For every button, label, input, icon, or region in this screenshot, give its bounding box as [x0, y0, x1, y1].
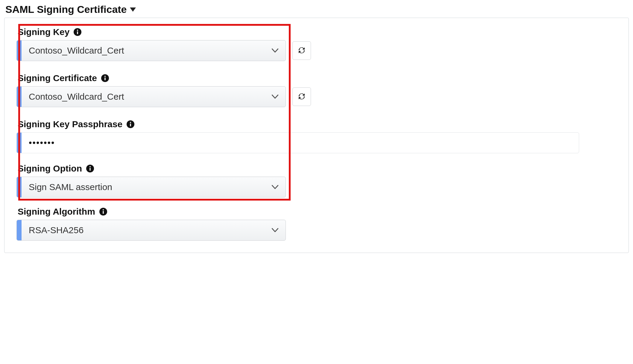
signing-option-dropdown[interactable]: Sign SAML assertion	[16, 177, 286, 198]
signing-key-passphrase-input[interactable]	[22, 133, 579, 153]
svg-rect-14	[103, 211, 104, 214]
signing-key-value: Contoso_Wildcard_Cert	[22, 46, 272, 56]
field-signing-key: Signing Key Contoso_Wildcard_Cert	[16, 27, 617, 61]
signing-key-passphrase-input-wrap	[16, 132, 579, 153]
svg-rect-5	[104, 78, 105, 80]
signing-algorithm-label: Signing Algorithm	[18, 207, 95, 217]
info-icon[interactable]	[86, 165, 94, 172]
signing-certificate-label: Signing Certificate	[18, 73, 97, 83]
svg-point-9	[130, 122, 131, 123]
chevron-down-icon	[272, 95, 286, 99]
field-signing-certificate: Signing Certificate Contoso_Wildcard_Cer…	[16, 73, 617, 107]
svg-rect-11	[89, 168, 90, 171]
refresh-icon	[297, 92, 306, 102]
field-signing-key-passphrase: Signing Key Passphrase	[16, 119, 617, 153]
signing-key-dropdown[interactable]: Contoso_Wildcard_Cert	[16, 40, 286, 61]
signing-algorithm-value: RSA-SHA256	[22, 225, 272, 235]
info-icon[interactable]	[99, 208, 107, 216]
caret-down-icon	[130, 7, 136, 12]
chevron-down-icon	[272, 185, 286, 189]
signing-option-label: Signing Option	[18, 163, 82, 174]
signing-key-refresh-button[interactable]	[292, 41, 311, 60]
signing-certificate-dropdown[interactable]: Contoso_Wildcard_Cert	[16, 86, 286, 107]
info-icon[interactable]	[101, 74, 109, 82]
signing-key-label: Signing Key	[18, 27, 69, 37]
svg-point-12	[89, 166, 91, 167]
field-signing-algorithm: Signing Algorithm RSA-SHA256	[16, 207, 617, 241]
svg-rect-2	[77, 31, 78, 34]
svg-point-15	[103, 209, 104, 210]
chevron-down-icon	[272, 228, 286, 232]
svg-point-3	[77, 30, 78, 31]
signing-key-passphrase-label: Signing Key Passphrase	[18, 119, 122, 129]
active-indicator	[17, 40, 22, 61]
signing-algorithm-dropdown[interactable]: RSA-SHA256	[16, 220, 286, 241]
active-indicator	[17, 133, 22, 153]
refresh-icon	[297, 46, 306, 56]
signing-certificate-refresh-button[interactable]	[292, 87, 311, 106]
svg-rect-8	[130, 124, 131, 126]
active-indicator	[17, 177, 22, 197]
chevron-down-icon	[272, 48, 286, 53]
info-icon[interactable]	[127, 120, 134, 128]
info-icon[interactable]	[74, 28, 81, 36]
signing-option-value: Sign SAML assertion	[22, 182, 272, 192]
active-indicator	[17, 87, 22, 107]
section-header[interactable]: SAML Signing Certificate	[4, 4, 629, 15]
field-signing-option: Signing Option Sign SAML assertion	[16, 163, 617, 198]
active-indicator	[17, 220, 22, 240]
saml-signing-certificate-panel: Signing Key Contoso_Wildcard_Cert	[4, 18, 629, 253]
signing-certificate-value: Contoso_Wildcard_Cert	[22, 92, 272, 102]
svg-marker-0	[130, 7, 136, 12]
section-title: SAML Signing Certificate	[5, 4, 127, 15]
svg-point-6	[104, 76, 106, 77]
